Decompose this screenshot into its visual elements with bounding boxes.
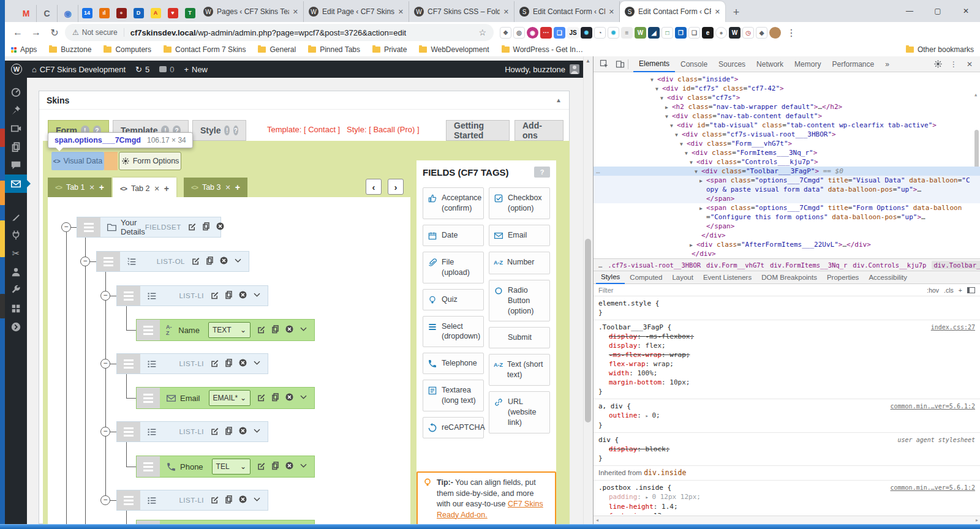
next-tab-button[interactable]: › bbox=[388, 179, 404, 195]
drag-handle[interactable] bbox=[117, 354, 140, 373]
builder-tab-2[interactable]: <>Tab 2✕+ bbox=[113, 178, 176, 200]
css-rule[interactable]: index.css:27.Toolbar___3FagP {display: -… bbox=[594, 320, 980, 399]
url-text[interactable]: cf7skinsdev.local/wp-admin/admin.php?pag… bbox=[124, 28, 475, 37]
sidebar-item-users[interactable] bbox=[5, 263, 27, 281]
close-tab-icon[interactable]: ✕ bbox=[154, 185, 160, 193]
prev-tab-button[interactable]: ‹ bbox=[366, 179, 382, 195]
dom-node-line[interactable]: </div> bbox=[594, 231, 980, 240]
tab-close-icon[interactable]: ✕ bbox=[715, 8, 720, 16]
camera-icon[interactable]: ◎ bbox=[513, 27, 525, 39]
type-select[interactable]: TEL⌄ bbox=[212, 459, 251, 475]
rule-source-link[interactable]: user agent stylesheet bbox=[898, 435, 975, 445]
filter-placeholder[interactable]: Filter bbox=[598, 287, 613, 294]
breadcrumb-item[interactable]: .cf7s-visual-root__3HBOR bbox=[608, 261, 701, 269]
help-badge[interactable]: ? bbox=[233, 126, 238, 135]
tree-row-list[interactable]: LIST-OL bbox=[96, 251, 249, 272]
css-declaration[interactable]: outline: ▸ 0; bbox=[598, 411, 975, 421]
back-icon[interactable]: ← bbox=[10, 24, 26, 40]
chevron-down-icon[interactable] bbox=[299, 325, 308, 336]
breadcrumb-item[interactable]: … bbox=[598, 261, 602, 269]
duplicate-icon[interactable] bbox=[271, 392, 280, 403]
dom-node-line[interactable]: ▼<div class="cf7s"> bbox=[594, 93, 980, 102]
evernote-icon[interactable]: e bbox=[702, 27, 714, 39]
css-rule[interactable]: common.min.…ver=5.6.1:2.postbox .inside … bbox=[594, 481, 980, 514]
drag-handle[interactable] bbox=[117, 490, 140, 510]
yellow-a-tab-icon[interactable]: A bbox=[148, 5, 164, 21]
devtools-close-icon[interactable]: ✕ bbox=[962, 57, 978, 72]
css-rule[interactable]: element.style {} bbox=[594, 296, 980, 320]
react-dark-icon[interactable]: ✹ bbox=[581, 27, 592, 39]
breadcrumb-item[interactable]: div.Controls__kju7p bbox=[853, 261, 926, 269]
calendar-tab-icon[interactable]: 14 bbox=[79, 5, 95, 21]
field-button-radio-button-option[interactable]: Radio Button (option) bbox=[489, 280, 550, 322]
puzzle-icon[interactable]: ◆ bbox=[756, 27, 767, 39]
devtools-tab-console[interactable]: Console bbox=[675, 56, 713, 72]
styles-tab-event-listeners[interactable]: Event Listeners bbox=[698, 271, 756, 284]
devtools-tab-sources[interactable]: Sources bbox=[713, 56, 751, 72]
bookmark-folder[interactable]: Buzztone bbox=[49, 45, 91, 54]
builder-tab-1[interactable]: <>Tab 1✕+ bbox=[48, 178, 111, 197]
adminbar-account[interactable]: Howdy, buzztone bbox=[505, 64, 579, 74]
styles-hscrollbar[interactable]: ◂▸ bbox=[594, 516, 980, 524]
css-declaration[interactable]: line-height: 1.4; bbox=[598, 502, 975, 511]
styles-tab-dom-breakpoints[interactable]: DOM Breakpoints bbox=[756, 271, 822, 284]
visual-data-button[interactable]: <> Visual Data bbox=[51, 152, 104, 170]
dom-node-line[interactable]: ▶<h2 class="nav-tab-wrapper default">…</… bbox=[594, 102, 980, 111]
field-button-date[interactable]: Date bbox=[423, 225, 484, 246]
dom-node-line[interactable]: </span> bbox=[594, 222, 980, 231]
drag-handle[interactable] bbox=[137, 320, 160, 340]
duplicate-icon[interactable] bbox=[202, 222, 211, 233]
field-button-recaptcha[interactable]: reCAPTCHA bbox=[423, 417, 484, 438]
field-button-telephone[interactable]: Telephone bbox=[423, 353, 484, 374]
adminbar-updates[interactable]: ↻5 bbox=[135, 65, 149, 74]
tab-close-icon[interactable]: ✕ bbox=[293, 8, 298, 16]
delete-icon[interactable] bbox=[238, 495, 247, 506]
gmail-icon[interactable]: M bbox=[16, 5, 37, 22]
sidebar-item-dashboard[interactable] bbox=[5, 83, 27, 101]
sidebar-item-contact[interactable] bbox=[5, 174, 27, 193]
inspect-element-icon[interactable] bbox=[596, 57, 612, 72]
scrollbar-thumb[interactable] bbox=[585, 239, 591, 422]
edit-icon[interactable] bbox=[210, 358, 219, 369]
dom-node-line[interactable]: </div> bbox=[594, 249, 980, 258]
lastpass-icon[interactable]: ··· bbox=[540, 27, 552, 39]
field-button-url-website-link[interactable]: URL (website link) bbox=[489, 391, 550, 433]
breadcrumb-item[interactable]: div.Toolbar__3FagP bbox=[932, 261, 980, 269]
settings-gear-icon[interactable] bbox=[930, 57, 946, 72]
dom-node-line[interactable]: ▶<span class="options___7Cmgd" title="Fo… bbox=[594, 203, 980, 222]
other-bookmarks[interactable]: Other bookmarks bbox=[906, 45, 974, 54]
dom-node-line[interactable]: ▼<div class="cf7s-visual-root___3HBOR"> bbox=[594, 130, 980, 139]
drag-handle[interactable] bbox=[137, 456, 160, 477]
css-declaration[interactable]: -ms-flex-wrap: wrap; bbox=[598, 350, 975, 359]
circle-logo-icon[interactable]: C bbox=[37, 5, 58, 22]
collapse-node-toggle[interactable]: − bbox=[61, 222, 71, 232]
collapse-node-toggle[interactable]: − bbox=[80, 257, 90, 266]
sidebar-item-appearance[interactable] bbox=[5, 208, 27, 226]
tree-row-field[interactable]: EmailEMAIL*⌄ bbox=[136, 387, 315, 409]
inherited-node-link[interactable]: div.inside bbox=[644, 468, 686, 477]
fields-help-button[interactable]: ? bbox=[534, 167, 550, 178]
builder-tab-3[interactable]: <>Tab 3✕+ bbox=[184, 178, 247, 197]
duplicate-icon[interactable] bbox=[271, 461, 280, 472]
styles-tab-properties[interactable]: Properties bbox=[822, 271, 864, 284]
add-tab-icon[interactable]: + bbox=[164, 184, 169, 193]
react-blue-icon[interactable]: ✹ bbox=[608, 27, 619, 39]
css-declaration[interactable]: width: 100%; bbox=[598, 369, 975, 378]
browser-tab[interactable]: SEdit Contact Form ‹ CF7 Skins✕ bbox=[514, 1, 620, 22]
cls-toggle[interactable]: .cls bbox=[944, 287, 954, 294]
window-close-icon[interactable]: ✕ bbox=[952, 0, 980, 22]
drag-handle[interactable] bbox=[137, 520, 160, 524]
tree-row-list[interactable]: LIST-LI bbox=[116, 353, 268, 374]
field-button-number[interactable]: A-ZNumber bbox=[489, 252, 550, 274]
sidebar-item-media[interactable] bbox=[5, 119, 27, 138]
bookmarks-apps[interactable]: Apps bbox=[11, 45, 37, 54]
form-options-button[interactable]: Form Options bbox=[119, 152, 181, 170]
css-declaration[interactable]: margin-bottom: 10px; bbox=[598, 378, 975, 387]
duplicate-icon[interactable] bbox=[224, 495, 233, 506]
tab-close-icon[interactable]: ✕ bbox=[503, 8, 509, 16]
devtools-tab-memory[interactable]: Memory bbox=[789, 56, 826, 72]
edit-icon[interactable] bbox=[257, 392, 266, 403]
field-button-checkbox-option[interactable]: Checkbox (option) bbox=[489, 187, 550, 219]
close-tab-icon[interactable]: ✕ bbox=[225, 184, 231, 192]
eyedropper-icon[interactable]: ◢ bbox=[648, 27, 660, 39]
